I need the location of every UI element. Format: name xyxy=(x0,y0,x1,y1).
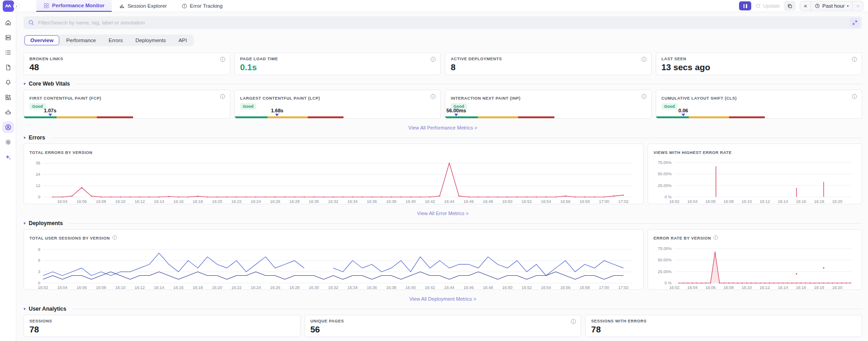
kpi-active-deployments: ACTIVE DEPLOYMENTS 8 xyxy=(445,53,652,75)
info-icon[interactable] xyxy=(713,234,718,241)
vital-gauge: 56.00ms xyxy=(445,105,651,118)
svg-text:16:14: 16:14 xyxy=(778,199,788,204)
svg-text:16:54: 16:54 xyxy=(541,199,551,204)
sidebar-item-alerts[interactable] xyxy=(2,77,14,88)
sidebar-item-ai-assistant[interactable] xyxy=(2,151,14,163)
svg-text:16:42: 16:42 xyxy=(425,199,435,204)
update-label: Update xyxy=(763,3,780,9)
view-all-performance-metrics-link[interactable]: View All Performance Metrics > xyxy=(408,125,477,130)
vital-value: 1.07s xyxy=(44,108,57,113)
info-icon[interactable] xyxy=(220,94,225,99)
svg-text:16:06: 16:06 xyxy=(706,285,716,290)
info-icon[interactable] xyxy=(571,319,576,324)
sidebar-item-traces[interactable] xyxy=(2,62,14,73)
tab-error-tracking[interactable]: Error Tracking xyxy=(174,0,230,12)
total-user-sessions-by-version-chart[interactable]: 963016:0216:0416:0616:0816:1016:1216:141… xyxy=(29,244,638,290)
svg-text:3: 3 xyxy=(38,269,40,274)
sidebar-item-rum[interactable] xyxy=(2,121,14,133)
svg-text:16:32: 16:32 xyxy=(328,285,339,290)
svg-text:16:16: 16:16 xyxy=(173,199,184,204)
real-user-monitoring-icon xyxy=(5,124,12,131)
tab-performance[interactable]: Performance xyxy=(60,35,102,45)
view-all-deployment-metrics-link[interactable]: View All Deployment Metrics > xyxy=(409,296,476,302)
svg-text:16:16: 16:16 xyxy=(796,199,806,204)
section-deployments[interactable]: ▾ Deployments xyxy=(24,220,862,226)
svg-text:16:08: 16:08 xyxy=(96,285,106,290)
tab-performance-monitor[interactable]: Performance Monitor xyxy=(36,0,112,12)
update-button[interactable]: Update xyxy=(755,3,780,9)
svg-text:16:36: 16:36 xyxy=(367,199,377,204)
svg-text:0: 0 xyxy=(38,281,40,285)
expand-icon xyxy=(852,20,858,25)
info-icon[interactable] xyxy=(852,57,857,62)
svg-text:16:34: 16:34 xyxy=(348,199,358,204)
sidebar-item-synthetic-bot[interactable] xyxy=(2,106,14,118)
svg-text:16:20: 16:20 xyxy=(212,285,223,290)
search-bar xyxy=(24,16,862,29)
time-forward-button[interactable]: » xyxy=(852,1,863,10)
sidebar-expand-button[interactable]: › xyxy=(13,3,20,10)
tab-session-explorer[interactable]: Session Explorer xyxy=(112,0,174,12)
search-input[interactable] xyxy=(38,20,846,25)
info-icon[interactable] xyxy=(430,94,436,99)
section-core-web-vitals[interactable]: ▾ Core Web Vitals xyxy=(24,81,862,87)
svg-text:75.00%: 75.00% xyxy=(658,160,672,165)
svg-text:16:58: 16:58 xyxy=(580,199,590,204)
errors-charts-row: TOTAL ERRORS BY VERSION 362412016:0416:0… xyxy=(24,144,862,204)
time-range-selector[interactable]: Past hour ▾ xyxy=(811,1,852,10)
view-all-error-metrics-link[interactable]: View All Error Metrics > xyxy=(417,211,469,216)
views-highest-error-rate-chart[interactable]: 75.00%50.00%25.00%0 %16:0216:0416:0616:0… xyxy=(653,158,856,204)
copy-dashboard-button[interactable] xyxy=(784,1,796,11)
svg-text:9: 9 xyxy=(38,247,40,252)
analytics-label: SESSIONS xyxy=(29,319,295,323)
gauge-bar xyxy=(656,116,765,118)
info-icon[interactable] xyxy=(220,57,225,62)
svg-text:16:06: 16:06 xyxy=(76,199,87,204)
chart-title: ERROR RATE BY VERSION xyxy=(653,236,711,240)
sidebar-item-home[interactable] xyxy=(2,17,14,29)
svg-text:16:24: 16:24 xyxy=(251,199,261,204)
svg-text:16:08: 16:08 xyxy=(724,199,734,204)
info-icon[interactable] xyxy=(112,234,117,241)
info-icon[interactable] xyxy=(641,57,647,62)
analytics-label: UNIQUE PAGES xyxy=(310,319,576,323)
tab-deployments[interactable]: Deployments xyxy=(129,35,172,45)
sidebar-item-logs[interactable] xyxy=(2,47,14,58)
svg-text:0 %: 0 % xyxy=(664,281,672,285)
svg-text:16:56: 16:56 xyxy=(560,199,571,204)
pause-icon xyxy=(744,4,745,8)
tab-errors[interactable]: Errors xyxy=(103,35,129,45)
info-icon[interactable] xyxy=(641,94,647,99)
expand-search-button[interactable] xyxy=(850,18,860,28)
svg-text:16:06: 16:06 xyxy=(706,199,716,204)
pause-refresh-button[interactable] xyxy=(739,1,751,10)
svg-text:0 %: 0 % xyxy=(664,195,672,199)
error-rate-by-version-chart[interactable]: 75.00%50.00%25.00%0 %16:0216:0416:0616:0… xyxy=(653,244,856,290)
analytics-label: SESSIONS WITH ERRORS xyxy=(591,319,856,323)
section-errors[interactable]: ▾ Errors xyxy=(24,134,862,141)
info-icon[interactable] xyxy=(852,94,857,99)
sidebar-item-dashboards[interactable] xyxy=(2,91,14,103)
infrastructure-icon xyxy=(5,34,12,41)
svg-text:16:44: 16:44 xyxy=(444,199,455,204)
overview-tabs: Overview Performance Errors Deployments … xyxy=(24,34,194,46)
svg-text:16:16: 16:16 xyxy=(796,285,806,290)
chevron-down-icon: ▾ xyxy=(847,4,849,8)
svg-text:16:40: 16:40 xyxy=(405,285,416,290)
time-back-button[interactable]: « xyxy=(800,1,811,10)
vital-value: 56.00ms xyxy=(446,108,466,113)
svg-text:16:50: 16:50 xyxy=(502,199,513,204)
total-errors-by-version-chart[interactable]: 362412016:0416:0616:0816:1016:1216:1416:… xyxy=(29,158,638,204)
views-highest-error-rate-card: VIEWS WITH HIGHEST ERROR RATE 75.00%50.0… xyxy=(648,144,862,204)
svg-text:24: 24 xyxy=(36,172,40,177)
sidebar-item-infrastructure[interactable] xyxy=(2,32,14,43)
svg-text:16:42: 16:42 xyxy=(425,285,435,290)
svg-text:25.00%: 25.00% xyxy=(658,183,672,188)
logs-icon xyxy=(5,49,12,56)
svg-text:16:34: 16:34 xyxy=(348,285,358,290)
section-user-analytics[interactable]: ▾ User Analytics xyxy=(24,306,862,312)
tab-overview[interactable]: Overview xyxy=(24,35,59,45)
info-icon[interactable] xyxy=(430,57,436,62)
tab-api[interactable]: API xyxy=(172,35,193,45)
sidebar-item-settings[interactable] xyxy=(2,136,14,148)
